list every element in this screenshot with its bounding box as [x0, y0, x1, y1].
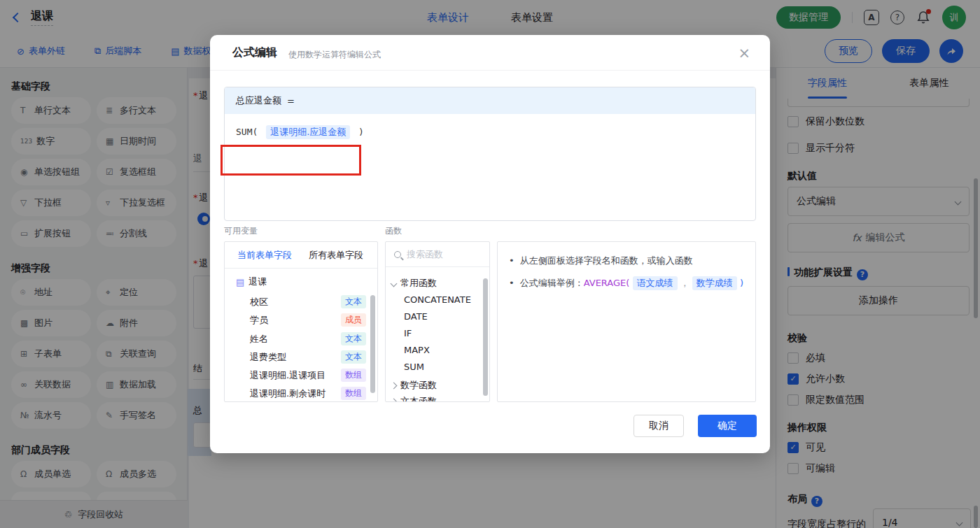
variable-item[interactable]: 退课明细.退课项目 — [250, 369, 326, 382]
function-group-text[interactable]: 文本函数 — [391, 395, 437, 402]
chevron-down-icon — [391, 280, 398, 287]
variable-tree-root[interactable]: ▤ 退课 — [236, 276, 267, 288]
search-input[interactable] — [407, 249, 470, 259]
tip-line-1: • 从左侧面板选择字段名和函数，或输入函数 — [509, 255, 744, 267]
example-prefix: 公式编辑举例： — [520, 278, 584, 288]
group-label: 文本函数 — [400, 395, 437, 402]
bullet: • — [509, 255, 514, 266]
formula-editor: 总应退金额 = SUM( 退课明细.应退金额 ) — [224, 87, 756, 221]
group-label: 常用函数 — [400, 277, 437, 290]
equals-sign: = — [287, 96, 295, 106]
root-label: 退课 — [248, 276, 267, 288]
type-badge: 成员 — [341, 313, 366, 327]
tip-line-2: • 公式编辑举例：AVERAGE( 语文成绩 ， 数学成绩 ) — [509, 276, 744, 290]
chevron-right-icon — [391, 398, 398, 402]
search-icon — [394, 251, 401, 258]
divider — [210, 70, 770, 71]
variables-panel: 当前表单字段 所有表单字段 ▤ 退课 校区文本 学员成员 姓名文本 退费类型文本… — [224, 241, 378, 402]
group-label: 数学函数 — [400, 379, 437, 392]
cancel-button[interactable]: 取消 — [634, 415, 684, 437]
modal-title: 公式编辑 — [232, 45, 277, 60]
confirm-button[interactable]: 确定 — [698, 415, 757, 437]
formula-target-bar: 总应退金额 = — [225, 87, 755, 114]
example-chip: 数学成绩 — [692, 276, 737, 290]
example-chip: 语文成绩 — [633, 276, 678, 290]
formula-input-area[interactable]: SUM( 退课明细.应退金额 ) — [225, 114, 755, 220]
formula-function-open: SUM( — [236, 127, 258, 137]
modal-subtitle: 使用数学运算符编辑公式 — [288, 49, 381, 61]
functions-panel: 常用函数 CONCATENATE DATE IF MAPX SUM 数学函数 文… — [385, 241, 490, 402]
chevron-right-icon — [391, 382, 398, 389]
type-badge: 数组 — [341, 387, 366, 400]
bullet: • — [509, 278, 514, 288]
comma: ， — [680, 278, 690, 288]
tab-current-form-fields[interactable]: 当前表单字段 — [237, 249, 292, 262]
scrollbar-thumb[interactable] — [483, 278, 488, 396]
variable-item[interactable]: 退课明细.剩余课时 — [250, 387, 326, 400]
function-item[interactable]: SUM — [404, 362, 424, 372]
variable-item[interactable]: 姓名 — [250, 333, 268, 345]
type-badge: 文本 — [341, 332, 366, 345]
annotation-red-rectangle — [220, 145, 361, 176]
function-item[interactable]: CONCATENATE — [404, 294, 471, 305]
formula-target-field: 总应退金额 — [236, 94, 281, 107]
scrollbar-thumb[interactable] — [370, 295, 375, 393]
variable-item[interactable]: 退费类型 — [250, 351, 286, 364]
variable-item[interactable]: 学员 — [250, 314, 268, 327]
function-item[interactable]: DATE — [404, 311, 428, 322]
variables-tabs: 当前表单字段 所有表单字段 — [225, 242, 377, 269]
tip-example: 公式编辑举例：AVERAGE( 语文成绩 ， 数学成绩 ) — [520, 276, 743, 290]
example-function: AVERAGE( — [584, 278, 630, 288]
tips-panel: • 从左侧面板选择字段名和函数，或输入函数 • 公式编辑举例：AVERAGE( … — [497, 241, 756, 402]
close-icon[interactable]: × — [738, 45, 750, 62]
function-item[interactable]: IF — [404, 328, 412, 338]
type-badge: 文本 — [341, 350, 366, 364]
formula-editor-modal: 公式编辑 使用数学运算符编辑公式 × 总应退金额 = SUM( 退课明细.应退金… — [210, 35, 770, 453]
tip-text: 从左侧面板选择字段名和函数，或输入函数 — [520, 255, 693, 267]
close-paren: ) — [740, 278, 743, 288]
function-search — [386, 242, 489, 267]
type-badge: 数组 — [341, 369, 366, 382]
document-icon: ▤ — [236, 277, 244, 287]
function-group-common[interactable]: 常用函数 — [391, 277, 437, 290]
tab-all-form-fields[interactable]: 所有表单字段 — [309, 249, 363, 262]
variables-label: 可用变量 — [224, 225, 258, 237]
function-group-math[interactable]: 数学函数 — [391, 379, 437, 392]
functions-label: 函数 — [385, 225, 402, 237]
function-item[interactable]: MAPX — [404, 345, 430, 355]
formula-field-chip[interactable]: 退课明细.应退金额 — [266, 125, 350, 139]
formula-function-close: ) — [358, 127, 364, 137]
variable-item[interactable]: 校区 — [250, 296, 268, 308]
type-badge: 文本 — [341, 295, 366, 308]
